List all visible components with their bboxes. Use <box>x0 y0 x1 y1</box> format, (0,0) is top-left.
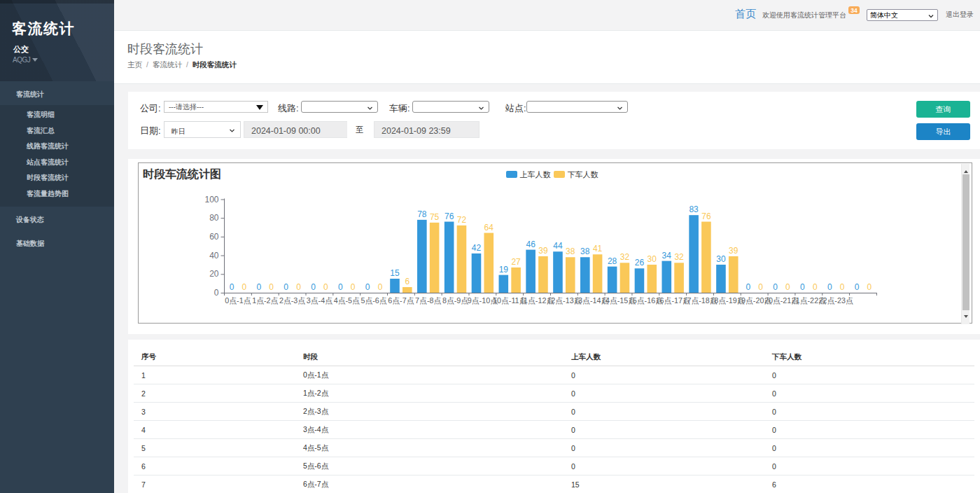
svg-text:0: 0 <box>785 282 790 292</box>
svg-text:0: 0 <box>840 282 845 292</box>
svg-text:0: 0 <box>256 282 261 292</box>
svg-text:39: 39 <box>538 246 548 256</box>
svg-text:76: 76 <box>444 211 454 221</box>
svg-text:30: 30 <box>716 254 726 264</box>
svg-text:下车人数: 下车人数 <box>568 170 598 179</box>
svg-text:32: 32 <box>620 252 630 262</box>
svg-text:32: 32 <box>674 252 684 262</box>
svg-text:3点-4点: 3点-4点 <box>307 296 332 305</box>
svg-text:42: 42 <box>472 243 482 253</box>
svg-text:22点-23点: 22点-23点 <box>819 296 853 305</box>
svg-text:100: 100 <box>204 195 218 204</box>
svg-text:0: 0 <box>378 282 383 292</box>
svg-text:38: 38 <box>566 246 575 256</box>
svg-text:72: 72 <box>457 215 467 225</box>
svg-text:0: 0 <box>241 282 246 292</box>
svg-text:4点-5点: 4点-5点 <box>334 296 360 305</box>
svg-text:30: 30 <box>648 254 657 264</box>
svg-text:0: 0 <box>311 282 316 292</box>
svg-text:26: 26 <box>635 258 645 268</box>
svg-text:40: 40 <box>209 251 219 261</box>
svg-text:0: 0 <box>813 282 818 292</box>
svg-text:0: 0 <box>827 282 832 292</box>
svg-text:15: 15 <box>390 268 400 278</box>
svg-text:0: 0 <box>867 282 872 292</box>
svg-text:0: 0 <box>365 282 370 292</box>
svg-text:28: 28 <box>608 256 617 266</box>
svg-text:27: 27 <box>511 257 521 267</box>
svg-text:0: 0 <box>338 282 343 292</box>
svg-text:7点-8点: 7点-8点 <box>415 296 441 305</box>
svg-text:1点-2点: 1点-2点 <box>252 296 278 305</box>
svg-text:34: 34 <box>662 251 672 261</box>
svg-text:0: 0 <box>758 282 763 292</box>
svg-text:0: 0 <box>746 282 750 292</box>
svg-text:0点-1点: 0点-1点 <box>225 296 251 305</box>
svg-text:6点-7点: 6点-7点 <box>388 296 414 305</box>
svg-text:83: 83 <box>689 204 699 214</box>
svg-text:80: 80 <box>209 213 219 223</box>
svg-text:2点-3点: 2点-3点 <box>279 296 305 305</box>
svg-text:0: 0 <box>296 282 301 292</box>
svg-text:19: 19 <box>499 265 509 275</box>
svg-text:上车人数: 上车人数 <box>520 170 551 179</box>
svg-text:5点-6点: 5点-6点 <box>360 296 386 305</box>
svg-text:39: 39 <box>729 246 738 256</box>
svg-text:0: 0 <box>284 282 288 292</box>
svg-text:0: 0 <box>800 282 805 292</box>
svg-text:8点-9点: 8点-9点 <box>442 296 468 305</box>
svg-text:76: 76 <box>701 211 711 221</box>
svg-text:0: 0 <box>269 282 274 292</box>
svg-text:0: 0 <box>855 282 860 292</box>
svg-text:0: 0 <box>230 282 234 292</box>
svg-text:38: 38 <box>580 246 590 256</box>
svg-text:20: 20 <box>209 269 219 279</box>
svg-text:60: 60 <box>209 232 219 242</box>
svg-text:0: 0 <box>773 282 778 292</box>
svg-text:0: 0 <box>214 288 219 298</box>
svg-text:41: 41 <box>593 244 603 254</box>
svg-text:46: 46 <box>526 239 536 249</box>
svg-text:0: 0 <box>323 282 328 292</box>
svg-text:64: 64 <box>484 223 494 232</box>
svg-text:44: 44 <box>553 241 563 251</box>
svg-text:0: 0 <box>351 282 356 292</box>
svg-text:78: 78 <box>417 209 427 219</box>
svg-text:6: 6 <box>405 277 410 286</box>
svg-text:75: 75 <box>430 212 440 222</box>
